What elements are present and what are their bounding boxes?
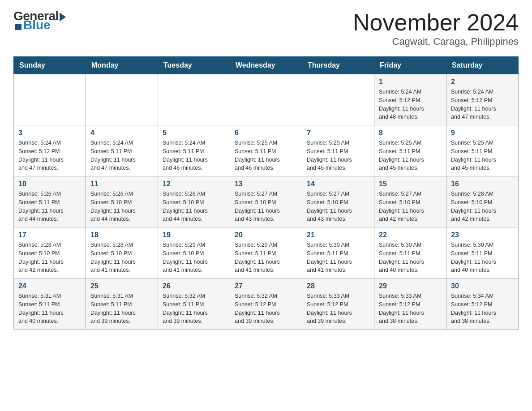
calendar-cell: 4Sunrise: 5:24 AM Sunset: 5:11 PM Daylig… <box>86 125 158 176</box>
calendar-cell: 13Sunrise: 5:27 AM Sunset: 5:10 PM Dayli… <box>230 176 302 227</box>
day-number: 27 <box>235 282 297 290</box>
day-number: 1 <box>379 78 442 86</box>
day-info: Sunrise: 5:24 AM Sunset: 5:12 PM Dayligh… <box>18 139 81 172</box>
calendar-header-saturday: Saturday <box>446 57 519 74</box>
day-info: Sunrise: 5:34 AM Sunset: 5:12 PM Dayligh… <box>451 292 514 325</box>
calendar-header-monday: Monday <box>86 57 158 74</box>
day-info: Sunrise: 5:24 AM Sunset: 5:11 PM Dayligh… <box>163 139 225 172</box>
calendar-cell: 10Sunrise: 5:26 AM Sunset: 5:11 PM Dayli… <box>14 176 86 227</box>
calendar-cell: 15Sunrise: 5:27 AM Sunset: 5:10 PM Dayli… <box>374 176 446 227</box>
calendar-header-tuesday: Tuesday <box>158 57 230 74</box>
calendar-cell: 2Sunrise: 5:24 AM Sunset: 5:12 PM Daylig… <box>446 74 519 125</box>
calendar-header-thursday: Thursday <box>302 57 374 74</box>
logo: General Blue <box>13 9 66 32</box>
day-info: Sunrise: 5:26 AM Sunset: 5:10 PM Dayligh… <box>163 190 225 223</box>
day-info: Sunrise: 5:33 AM Sunset: 5:12 PM Dayligh… <box>307 292 369 325</box>
calendar-cell: 16Sunrise: 5:28 AM Sunset: 5:10 PM Dayli… <box>446 176 519 227</box>
calendar-cell: 24Sunrise: 5:31 AM Sunset: 5:11 PM Dayli… <box>14 278 86 330</box>
calendar-cell: 1Sunrise: 5:24 AM Sunset: 5:12 PM Daylig… <box>374 74 446 125</box>
calendar-cell: 28Sunrise: 5:33 AM Sunset: 5:12 PM Dayli… <box>302 278 374 330</box>
calendar-cell: 21Sunrise: 5:30 AM Sunset: 5:11 PM Dayli… <box>302 227 374 278</box>
calendar-table: SundayMondayTuesdayWednesdayThursdayFrid… <box>13 56 519 330</box>
logo-blue-text: Blue <box>23 18 51 32</box>
calendar-cell <box>302 74 374 125</box>
day-info: Sunrise: 5:25 AM Sunset: 5:11 PM Dayligh… <box>307 139 369 172</box>
day-number: 9 <box>451 129 514 137</box>
day-info: Sunrise: 5:30 AM Sunset: 5:11 PM Dayligh… <box>451 241 514 274</box>
calendar-cell <box>158 74 230 125</box>
calendar-header-sunday: Sunday <box>14 57 86 74</box>
location-title: Cagwait, Caraga, Philippines <box>353 36 519 47</box>
day-number: 11 <box>90 180 153 188</box>
day-number: 13 <box>235 180 297 188</box>
day-info: Sunrise: 5:25 AM Sunset: 5:11 PM Dayligh… <box>379 139 442 172</box>
day-info: Sunrise: 5:31 AM Sunset: 5:11 PM Dayligh… <box>90 292 153 325</box>
calendar-week-row: 10Sunrise: 5:26 AM Sunset: 5:11 PM Dayli… <box>14 176 519 227</box>
calendar-cell: 20Sunrise: 5:29 AM Sunset: 5:11 PM Dayli… <box>230 227 302 278</box>
day-number: 8 <box>379 129 442 137</box>
day-info: Sunrise: 5:27 AM Sunset: 5:10 PM Dayligh… <box>307 190 369 223</box>
day-number: 17 <box>18 231 81 239</box>
day-info: Sunrise: 5:24 AM Sunset: 5:11 PM Dayligh… <box>90 139 153 172</box>
day-info: Sunrise: 5:31 AM Sunset: 5:11 PM Dayligh… <box>18 292 81 325</box>
calendar-header-row: SundayMondayTuesdayWednesdayThursdayFrid… <box>14 57 519 74</box>
calendar-week-row: 17Sunrise: 5:28 AM Sunset: 5:10 PM Dayli… <box>14 227 519 278</box>
calendar-cell: 8Sunrise: 5:25 AM Sunset: 5:11 PM Daylig… <box>374 125 446 176</box>
day-info: Sunrise: 5:28 AM Sunset: 5:10 PM Dayligh… <box>451 190 514 223</box>
page-header: General Blue November 2024 Cagwait, Cara… <box>13 9 519 47</box>
day-number: 21 <box>307 231 369 239</box>
calendar-cell: 18Sunrise: 5:28 AM Sunset: 5:10 PM Dayli… <box>86 227 158 278</box>
calendar-cell: 30Sunrise: 5:34 AM Sunset: 5:12 PM Dayli… <box>446 278 519 330</box>
day-number: 22 <box>379 231 442 239</box>
day-number: 6 <box>235 129 297 137</box>
calendar-cell: 22Sunrise: 5:30 AM Sunset: 5:11 PM Dayli… <box>374 227 446 278</box>
day-info: Sunrise: 5:29 AM Sunset: 5:11 PM Dayligh… <box>235 241 297 274</box>
day-info: Sunrise: 5:32 AM Sunset: 5:12 PM Dayligh… <box>235 292 297 325</box>
calendar-cell: 6Sunrise: 5:25 AM Sunset: 5:11 PM Daylig… <box>230 125 302 176</box>
calendar-week-row: 3Sunrise: 5:24 AM Sunset: 5:12 PM Daylig… <box>14 125 519 176</box>
day-number: 12 <box>163 180 225 188</box>
day-number: 16 <box>451 180 514 188</box>
calendar-cell: 11Sunrise: 5:26 AM Sunset: 5:10 PM Dayli… <box>86 176 158 227</box>
calendar-cell: 27Sunrise: 5:32 AM Sunset: 5:12 PM Dayli… <box>230 278 302 330</box>
day-info: Sunrise: 5:27 AM Sunset: 5:10 PM Dayligh… <box>235 190 297 223</box>
day-info: Sunrise: 5:26 AM Sunset: 5:10 PM Dayligh… <box>90 190 153 223</box>
day-info: Sunrise: 5:29 AM Sunset: 5:10 PM Dayligh… <box>163 241 225 274</box>
day-info: Sunrise: 5:24 AM Sunset: 5:12 PM Dayligh… <box>451 88 514 121</box>
logo-arrow-icon <box>60 13 66 21</box>
title-block: November 2024 Cagwait, Caraga, Philippin… <box>353 9 519 47</box>
calendar-cell: 23Sunrise: 5:30 AM Sunset: 5:11 PM Dayli… <box>446 227 519 278</box>
calendar-cell <box>14 74 86 125</box>
calendar-cell: 25Sunrise: 5:31 AM Sunset: 5:11 PM Dayli… <box>86 278 158 330</box>
day-number: 23 <box>451 231 514 239</box>
day-number: 14 <box>307 180 369 188</box>
day-number: 29 <box>379 282 442 290</box>
calendar-cell: 5Sunrise: 5:24 AM Sunset: 5:11 PM Daylig… <box>158 125 230 176</box>
day-number: 28 <box>307 282 369 290</box>
day-number: 5 <box>163 129 225 137</box>
calendar-cell: 12Sunrise: 5:26 AM Sunset: 5:10 PM Dayli… <box>158 176 230 227</box>
day-info: Sunrise: 5:30 AM Sunset: 5:11 PM Dayligh… <box>379 241 442 274</box>
calendar-cell <box>86 74 158 125</box>
day-number: 2 <box>451 78 514 86</box>
calendar-cell: 14Sunrise: 5:27 AM Sunset: 5:10 PM Dayli… <box>302 176 374 227</box>
calendar-cell: 17Sunrise: 5:28 AM Sunset: 5:10 PM Dayli… <box>14 227 86 278</box>
day-number: 4 <box>90 129 153 137</box>
day-number: 20 <box>235 231 297 239</box>
day-number: 15 <box>379 180 442 188</box>
calendar-cell: 9Sunrise: 5:25 AM Sunset: 5:11 PM Daylig… <box>446 125 519 176</box>
calendar-week-row: 1Sunrise: 5:24 AM Sunset: 5:12 PM Daylig… <box>14 74 519 125</box>
day-info: Sunrise: 5:33 AM Sunset: 5:12 PM Dayligh… <box>379 292 442 325</box>
calendar-cell: 3Sunrise: 5:24 AM Sunset: 5:12 PM Daylig… <box>14 125 86 176</box>
month-title: November 2024 <box>353 9 519 36</box>
day-number: 19 <box>163 231 225 239</box>
calendar-week-row: 24Sunrise: 5:31 AM Sunset: 5:11 PM Dayli… <box>14 278 519 330</box>
day-number: 18 <box>90 231 153 239</box>
day-number: 10 <box>18 180 81 188</box>
day-info: Sunrise: 5:25 AM Sunset: 5:11 PM Dayligh… <box>451 139 514 172</box>
calendar-header-friday: Friday <box>374 57 446 74</box>
day-info: Sunrise: 5:32 AM Sunset: 5:11 PM Dayligh… <box>163 292 225 325</box>
day-number: 24 <box>18 282 81 290</box>
calendar-cell: 19Sunrise: 5:29 AM Sunset: 5:10 PM Dayli… <box>158 227 230 278</box>
day-info: Sunrise: 5:26 AM Sunset: 5:11 PM Dayligh… <box>18 190 81 223</box>
